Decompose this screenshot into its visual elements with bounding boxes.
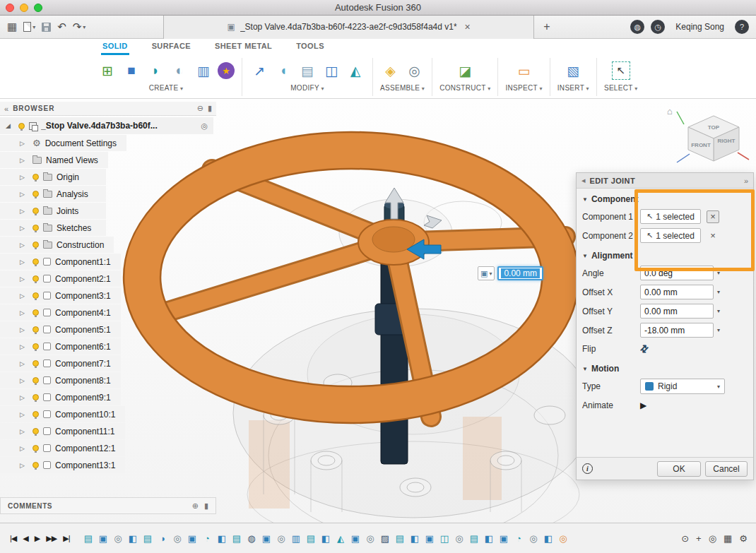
ribbon-group-menu[interactable]: INSPECT bbox=[505, 84, 542, 92]
field-input[interactable]: 0.00 mm bbox=[640, 304, 714, 319]
browser-item[interactable]: ▷ Sketches bbox=[0, 220, 106, 236]
feature-extrude-icon[interactable]: ◧ bbox=[320, 533, 332, 545]
feature-pattern-icon[interactable]: ▥ bbox=[290, 533, 302, 545]
field-dropdown-caret[interactable]: ▾ bbox=[717, 289, 720, 295]
revolve-icon[interactable]: ◐ bbox=[170, 61, 189, 81]
browser-root-item[interactable]: ◢ _Stop Valve.4da7b3ba-b60f... ◎ bbox=[0, 117, 213, 134]
file-menu-button[interactable]: ▾ bbox=[23, 22, 35, 32]
visibility-bulb-icon[interactable] bbox=[33, 292, 39, 299]
ok-button[interactable]: OK bbox=[657, 461, 701, 477]
activate-target-icon[interactable]: ◎ bbox=[201, 121, 208, 131]
disclosure-triangle-icon[interactable]: ▷ bbox=[20, 275, 28, 283]
user-account-button[interactable]: Keqing Song bbox=[675, 22, 724, 32]
browser-item[interactable]: ▷ Component4:1 bbox=[0, 304, 121, 321]
ribbon-group-menu[interactable]: CREATE bbox=[149, 84, 183, 92]
visibility-bulb-icon[interactable] bbox=[33, 445, 39, 451]
zoom-tool[interactable]: ◎ bbox=[709, 533, 716, 544]
feature-joint-icon[interactable]: ◎ bbox=[172, 533, 184, 545]
fillet-icon[interactable]: ◖ bbox=[273, 61, 293, 81]
disclosure-triangle-icon[interactable]: ▷ bbox=[20, 326, 28, 333]
feature-joint-icon[interactable]: ◎ bbox=[528, 533, 540, 545]
ribbon-group-menu[interactable]: INSERT bbox=[557, 84, 589, 92]
visibility-bulb-icon[interactable] bbox=[33, 242, 39, 248]
feature-hole-icon[interactable]: ◍ bbox=[246, 533, 258, 545]
panel-grip-icon[interactable]: ▮ bbox=[204, 501, 208, 511]
visibility-bulb-icon[interactable] bbox=[18, 123, 25, 129]
step-forward-button[interactable]: ▶▶ bbox=[46, 534, 57, 543]
selection-set-tool[interactable]: ⊙ bbox=[681, 533, 689, 544]
feature-sketch-icon[interactable]: ▤ bbox=[231, 533, 243, 545]
feature-sketch-icon[interactable]: ▤ bbox=[83, 533, 95, 545]
viewcube-front-face[interactable]: FRONT bbox=[691, 142, 711, 148]
disclosure-triangle-icon[interactable]: ▷ bbox=[20, 157, 28, 164]
save-button[interactable] bbox=[42, 23, 51, 32]
visibility-bulb-icon[interactable] bbox=[33, 326, 39, 333]
workspace-tab[interactable]: SHEET METAL bbox=[213, 39, 273, 55]
disclosure-triangle-icon[interactable]: ▷ bbox=[20, 242, 28, 249]
create-sketch-icon[interactable]: ⊞ bbox=[98, 61, 117, 81]
browser-item[interactable]: ▷ Component10:1 bbox=[0, 406, 125, 422]
feature-joint-icon[interactable]: ◎ bbox=[454, 533, 466, 545]
visibility-bulb-icon[interactable] bbox=[33, 394, 39, 400]
visibility-bulb-icon[interactable] bbox=[33, 174, 39, 180]
minimize-browser-icon[interactable]: ⊖ bbox=[197, 104, 203, 113]
feature-sketch-icon[interactable]: ▤ bbox=[394, 533, 406, 545]
cancel-button[interactable]: Cancel bbox=[705, 461, 748, 477]
feature-extrude-icon[interactable]: ◧ bbox=[409, 533, 421, 545]
browser-item[interactable]: ▷ Component13:1 bbox=[0, 457, 125, 473]
settings-gear[interactable]: ⚙ bbox=[739, 533, 748, 544]
go-to-end-button[interactable]: ▶| bbox=[63, 534, 69, 543]
feature-component-icon[interactable]: ▣ bbox=[350, 533, 362, 545]
viewcube-top-face[interactable]: TOP bbox=[708, 124, 720, 131]
feature-fillet-icon[interactable]: ◔ bbox=[201, 533, 213, 545]
visibility-bulb-icon[interactable] bbox=[33, 428, 39, 434]
selection-button[interactable]: ↖ 1 selected bbox=[640, 209, 701, 224]
field-input[interactable]: -18.00 mm bbox=[640, 323, 714, 338]
measure-icon[interactable]: ▭ bbox=[514, 61, 534, 81]
step-back-button[interactable]: ◀ bbox=[23, 534, 28, 543]
select-tool-icon[interactable]: ↖ bbox=[612, 61, 630, 80]
move-tool[interactable]: + bbox=[696, 533, 702, 544]
field-input[interactable]: 0.0 deg bbox=[640, 266, 714, 280]
viewcube-right-face[interactable]: RIGHT bbox=[718, 138, 736, 144]
disclosure-triangle-icon[interactable]: ▷ bbox=[20, 428, 28, 435]
feature-extrude-icon[interactable]: ◧ bbox=[543, 533, 555, 545]
browser-item[interactable]: ▷ Component3:1 bbox=[0, 287, 121, 304]
disclosure-triangle-icon[interactable]: ▷ bbox=[20, 411, 28, 418]
design-canvas[interactable]: ⌂ TOP FRONT RIGHT ▣ ▾ 0.00 mm « BROWSER … bbox=[0, 99, 756, 523]
info-icon[interactable]: i bbox=[582, 463, 593, 474]
animate-play-icon[interactable]: ▶ bbox=[640, 400, 646, 410]
browser-item[interactable]: ▷ Component8:1 bbox=[0, 372, 121, 388]
feature-extrude-icon[interactable]: ◧ bbox=[216, 533, 228, 545]
browser-item[interactable]: ▷ Component7:1 bbox=[0, 355, 121, 371]
browser-item[interactable]: ▷ Origin bbox=[0, 169, 106, 185]
data-panel-button[interactable]: ▦ bbox=[7, 20, 17, 33]
browser-item[interactable]: ▷ Component5:1 bbox=[0, 321, 121, 338]
disclosure-triangle-icon[interactable]: ▷ bbox=[20, 174, 28, 181]
extensions-button[interactable]: ◍ bbox=[630, 20, 644, 34]
clear-selection-button[interactable]: × bbox=[707, 210, 719, 223]
press-pull-icon[interactable]: ↗ bbox=[249, 61, 269, 81]
disclosure-triangle-icon[interactable]: ▷ bbox=[20, 225, 28, 232]
disclosure-triangle-icon[interactable]: ▷ bbox=[20, 292, 28, 299]
feature-component-icon[interactable]: ▣ bbox=[261, 533, 273, 545]
visibility-bulb-icon[interactable] bbox=[33, 258, 39, 265]
dialog-expand-icon[interactable]: » bbox=[744, 177, 748, 185]
feature-component-icon[interactable]: ▣ bbox=[98, 533, 110, 545]
ribbon-group-menu[interactable]: SELECT bbox=[604, 84, 638, 92]
visibility-bulb-icon[interactable] bbox=[33, 360, 39, 367]
disclosure-triangle-icon[interactable]: ◢ bbox=[6, 122, 14, 129]
feature-extrude-icon[interactable]: ◧ bbox=[127, 533, 139, 545]
combine-icon[interactable]: ◫ bbox=[321, 61, 341, 81]
document-tab[interactable]: ▣ _Stop Valve.4da7b3ba-b60f-4223-ae2f-c9… bbox=[163, 16, 534, 39]
comments-bar[interactable]: COMMENTS ⊕ ▮ bbox=[0, 497, 216, 514]
disclosure-triangle-icon[interactable]: ▷ bbox=[20, 360, 28, 367]
section-component[interactable]: ▼ Component bbox=[577, 189, 753, 207]
visibility-bulb-icon[interactable] bbox=[33, 191, 39, 197]
browser-item[interactable]: ▷ Component11:1 bbox=[0, 423, 125, 439]
disclosure-triangle-icon[interactable]: ▷ bbox=[20, 208, 28, 215]
close-document-button[interactable]: × bbox=[465, 21, 471, 32]
play-button[interactable]: ▶ bbox=[35, 534, 40, 543]
visibility-bulb-icon[interactable] bbox=[33, 343, 39, 350]
disclosure-triangle-icon[interactable]: ▷ bbox=[20, 445, 28, 452]
